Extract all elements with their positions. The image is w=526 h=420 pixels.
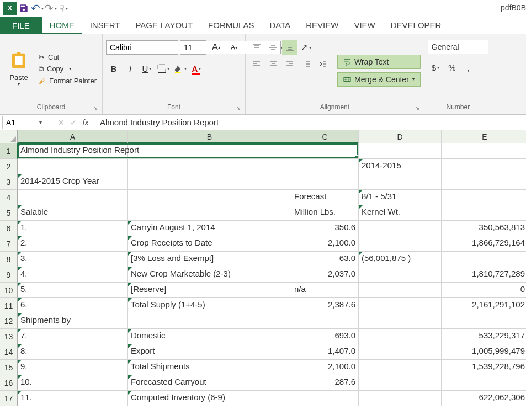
row-header-14[interactable]: 14 [0,344,18,360]
decrease-indent-button[interactable] [299,56,314,72]
row-header-4[interactable]: 4 [0,190,18,205]
row-header-7[interactable]: 7 [0,236,18,252]
cell-C10[interactable]: n/a [291,283,359,298]
cell-D12[interactable] [359,313,442,329]
cell-B7[interactable]: Crop Receipts to Date [128,236,291,252]
cell-C9[interactable]: 2,037.0 [291,267,359,283]
cell-A9[interactable]: 4. [18,267,128,283]
cell-A12[interactable]: Shipments by [18,313,128,329]
tab-data[interactable]: DATA [262,17,298,34]
row-header-3[interactable]: 3 [0,174,18,190]
tab-formulas[interactable]: FORMULAS [200,17,262,34]
paste-button[interactable]: Paste ▾ [3,36,34,101]
cell-C2[interactable] [291,159,359,174]
cell-B17[interactable]: Computed Inventory (6-9) [128,391,291,406]
cell-E9[interactable]: 1,810,727,289 [442,267,526,283]
touch-mode-icon[interactable]: ☟▾ [57,2,70,14]
cell-A2[interactable] [18,159,128,174]
copy-button[interactable]: ⧉ Copy▾ [36,63,99,75]
row-header-15[interactable]: 15 [0,360,18,375]
cell-E16[interactable] [442,375,526,391]
cell-D13[interactable] [359,329,442,344]
row-header-1[interactable]: 1 [0,143,18,159]
cell-A15[interactable]: 9. [18,360,128,375]
column-header-B[interactable]: B [128,130,291,143]
cell-D10[interactable] [359,283,442,298]
cell-B11[interactable]: Total Supply (1+4-5) [128,298,291,313]
cell-E3[interactable] [442,174,526,190]
cell-E11[interactable]: 2,161,291,102 [442,298,526,313]
file-tab[interactable]: FILE [0,17,42,34]
cell-A5[interactable]: Salable [18,205,128,221]
cell-B13[interactable]: Domestic [128,329,291,344]
cell-C6[interactable]: 350.6 [291,221,359,236]
row-header-6[interactable]: 6 [0,221,18,236]
cell-E15[interactable]: 1,539,228,796 [442,360,526,375]
cell-C14[interactable]: 1,407.0 [291,344,359,360]
name-box-input[interactable] [3,116,36,129]
align-center-button[interactable] [265,56,281,72]
cell-D14[interactable] [359,344,442,360]
cell-E13[interactable]: 533,229,317 [442,329,526,344]
align-top-button[interactable] [249,40,264,55]
row-header-2[interactable]: 2 [0,159,18,174]
format-painter-button[interactable]: 🖌 Format Painter [36,76,99,86]
row-header-13[interactable]: 13 [0,329,18,344]
row-header-8[interactable]: 8 [0,252,18,267]
cell-E17[interactable]: 622,062,306 [442,391,526,406]
cell-D9[interactable] [359,267,442,283]
fill-color-button[interactable]: ▾ [172,61,188,76]
row-header-11[interactable]: 11 [0,298,18,313]
cell-D11[interactable] [359,298,442,313]
cell-C11[interactable]: 2,387.6 [291,298,359,313]
cell-C7[interactable]: 2,100.0 [291,236,359,252]
comma-button[interactable]: , [461,60,476,75]
cell-D8[interactable]: (56,001,875 ) [359,252,442,267]
row-header-12[interactable]: 12 [0,313,18,329]
cell-E10[interactable]: 0 [442,283,526,298]
grow-font-button[interactable]: A▴ [209,40,224,55]
increase-indent-button[interactable] [315,56,331,72]
tab-home[interactable]: HOME [42,17,82,34]
cell-A4[interactable] [18,190,128,205]
column-header-E[interactable]: E [442,130,526,143]
font-size-select[interactable]: ▾ [180,40,206,55]
cell-A10[interactable]: 5. [18,283,128,298]
cell-B2[interactable] [128,159,291,174]
name-box[interactable]: ▾ [2,116,46,129]
cell-D16[interactable] [359,375,442,391]
row-header-5[interactable]: 5 [0,205,18,221]
tab-view[interactable]: VIEW [346,17,382,34]
tab-insert[interactable]: INSERT [82,17,128,34]
enter-formula-icon[interactable]: ✓ [68,118,79,127]
formula-input[interactable] [95,116,526,129]
cell-E5[interactable] [442,205,526,221]
wrap-text-button[interactable]: Wrap Text [337,55,421,69]
cell-E7[interactable]: 1,866,729,164 [442,236,526,252]
cell-E4[interactable] [442,190,526,205]
shrink-font-button[interactable]: A▾ [226,40,242,55]
cell-B12[interactable] [128,313,291,329]
cell-A1[interactable]: Almond Industry Position Report [18,143,128,159]
cell-E2[interactable] [442,159,526,174]
cell-B16[interactable]: Forecasted Carryout [128,375,291,391]
cell-C15[interactable]: 2,100.0 [291,360,359,375]
cancel-formula-icon[interactable]: ✕ [56,118,67,127]
cell-A8[interactable]: 3. [18,252,128,267]
cell-C8[interactable]: 63.0 [291,252,359,267]
cell-E14[interactable]: 1,005,999,479 [442,344,526,360]
cell-C4[interactable]: Forecast [291,190,359,205]
cell-D6[interactable] [359,221,442,236]
cell-B5[interactable] [128,205,291,221]
cell-B1[interactable] [128,143,291,159]
cell-A14[interactable]: 8. [18,344,128,360]
merge-center-button[interactable]: Merge & Center ▾ [337,72,421,87]
tab-review[interactable]: REVIEW [298,17,346,34]
cell-D7[interactable] [359,236,442,252]
row-header-10[interactable]: 10 [0,283,18,298]
cell-B9[interactable]: New Crop Marketable (2-3) [128,267,291,283]
cell-D17[interactable] [359,391,442,406]
tab-developer[interactable]: DEVELOPER [383,17,449,34]
cell-D1[interactable] [359,143,442,159]
underline-button[interactable]: U▾ [139,61,155,76]
